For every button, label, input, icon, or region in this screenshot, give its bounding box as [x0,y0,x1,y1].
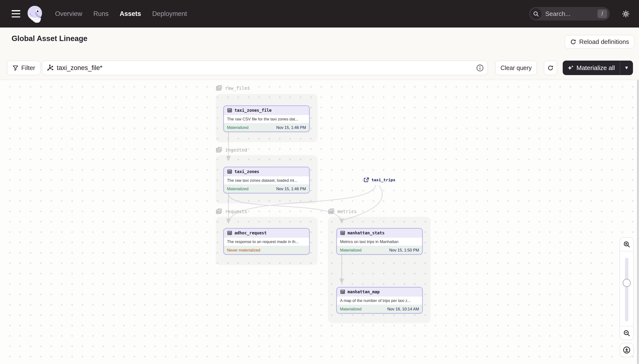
zoom-in-icon [623,241,630,248]
asset-name: adhoc_request [235,230,267,235]
nav-link-runs[interactable]: Runs [94,10,109,18]
lineage-edges [0,80,639,364]
asset-node-header: manhattan_stats [337,228,422,238]
menu-icon[interactable] [12,10,21,18]
external-link-icon [363,177,369,183]
materialization-status: Materialized [227,125,249,130]
filter-funnel-icon [12,65,19,71]
group-name: requests [225,209,247,214]
materialization-status: Never materialized [227,248,260,252]
asset-node-header: taxi_zones_file [224,106,309,115]
nav-link-deployment[interactable]: Deployment [152,10,187,18]
asset-node-header: taxi_zones [224,167,309,176]
materialize-dropdown-caret[interactable]: ▼ [620,60,633,75]
group-name: ingested [225,147,247,152]
lineage-toolbar: Filter taxi_zones_file* [0,52,639,80]
settings-gear-icon[interactable] [622,10,630,18]
clear-query-button[interactable]: Clear query [495,60,537,75]
asset-node-manhattan_map[interactable]: manhattan_map A map of the number of tri… [336,287,423,314]
asset-graph-query-icon [46,64,54,72]
group-label-ingested[interactable]: ingested [216,146,247,153]
materialize-all-button[interactable]: Materialize all [563,60,620,75]
lineage-canvas[interactable]: raw_files ingested requests metrics [0,80,639,364]
group-name: metrics [337,209,357,214]
asset-selection-input[interactable]: taxi_zones_file* [42,60,488,75]
materialization-status: Materialized [227,186,249,191]
materialize-split-button: Materialize all ▼ [563,60,633,75]
group-tables-icon [328,208,335,215]
asset-node-manhattan_stats[interactable]: manhattan_stats Metrics on taxi trips in… [336,228,423,255]
reload-icon [570,38,576,45]
search-shortcut-badge: / [597,10,607,18]
refresh-button[interactable] [544,60,557,75]
materialization-timestamp: Nov 15, 1:46 PM [276,125,306,130]
zoom-slider[interactable] [625,258,628,322]
asset-name: manhattan_map [348,290,380,294]
asset-description: Metrics on taxi trips in Manhattan [337,238,422,246]
nav-links: Overview Runs Assets Deployment [55,10,187,18]
dagster-logo-icon [26,5,44,23]
nav-link-assets[interactable]: Assets [120,10,141,18]
table-icon [340,230,345,236]
sparkle-icon [567,65,574,71]
asset-name: manhattan_stats [348,230,385,235]
materialization-timestamp: Nov 15, 1:46 PM [276,186,306,191]
search-icon [530,8,541,19]
group-tables-icon [216,146,222,153]
refresh-icon [547,65,554,71]
page-title: Global Asset Lineage [12,34,88,43]
info-icon[interactable] [476,64,484,72]
asset-status-bar: Materialized Nov 15, 1:50 PM [337,246,422,254]
table-icon [227,108,232,113]
materialize-all-label: Materialize all [576,64,615,72]
asset-node-taxi_zones[interactable]: taxi_zones The raw taxi zones dataset, l… [223,167,310,193]
asset-node-taxi_zones_file[interactable]: taxi_zones_file The raw CSV file for the… [223,106,310,132]
external-asset-taxi_trips[interactable]: taxi_trips [363,177,395,183]
nav-link-overview[interactable]: Overview [55,10,82,18]
page-header: Global Asset Lineage Reload definitions [0,28,639,52]
asset-node-header: adhoc_request [224,228,309,238]
materialization-status: Materialized [340,248,362,252]
table-icon [227,169,232,174]
dagster-logo[interactable] [26,4,44,24]
asset-description: A map of the number of trips per taxi z.… [337,296,422,305]
group-label-raw_files[interactable]: raw_files [216,85,250,92]
group-label-metrics[interactable]: metrics [328,208,357,215]
group-label-requests[interactable]: requests [216,208,247,215]
vertical-scrollbar-thumb[interactable] [637,80,639,364]
table-icon [227,230,232,236]
zoom-toolbar [620,237,634,340]
top-nav: Overview Runs Assets Deployment Search..… [0,0,639,28]
asset-status-bar: Materialized Nov 16, 10:14 AM [337,305,422,313]
asset-node-adhoc_request[interactable]: adhoc_request The response to an request… [223,228,310,255]
asset-description: The raw taxi zones dataset, loaded int..… [224,176,309,185]
vertical-scrollbar[interactable] [637,80,639,364]
reload-definitions-label: Reload definitions [579,38,629,46]
reload-definitions-button[interactable]: Reload definitions [565,35,634,48]
asset-status-bar: Never materialized [224,246,309,254]
group-tables-icon [216,85,222,92]
table-icon [340,289,345,294]
materialization-timestamp: Nov 16, 10:14 AM [387,307,419,312]
zoom-in-button[interactable] [620,238,633,251]
asset-name: taxi_zones_file [235,108,272,113]
search-placeholder: Search... [545,10,597,18]
asset-description: The raw CSV file for the taxi zones dat.… [224,115,309,123]
filter-button[interactable]: Filter [7,60,41,75]
group-name: raw_files [225,86,250,91]
asset-name: taxi_zones [235,169,259,174]
asset-status-bar: Materialized Nov 15, 1:46 PM [224,123,309,132]
zoom-out-icon [623,330,630,337]
zoom-out-button[interactable] [620,326,633,340]
external-asset-name: taxi_trips [371,178,395,182]
asset-status-bar: Materialized Nov 15, 1:46 PM [224,185,309,193]
zoom-slider-thumb[interactable] [622,279,631,287]
search-input[interactable]: Search... / [529,7,610,20]
asset-selection-value: taxi_zones_file* [57,64,102,72]
asset-node-header: manhattan_map [337,288,422,296]
filter-button-label: Filter [21,64,35,72]
asset-description: The response to an request made in th... [224,238,309,246]
download-icon [623,346,630,354]
download-image-button[interactable] [620,343,634,357]
materialization-status: Materialized [340,307,362,312]
